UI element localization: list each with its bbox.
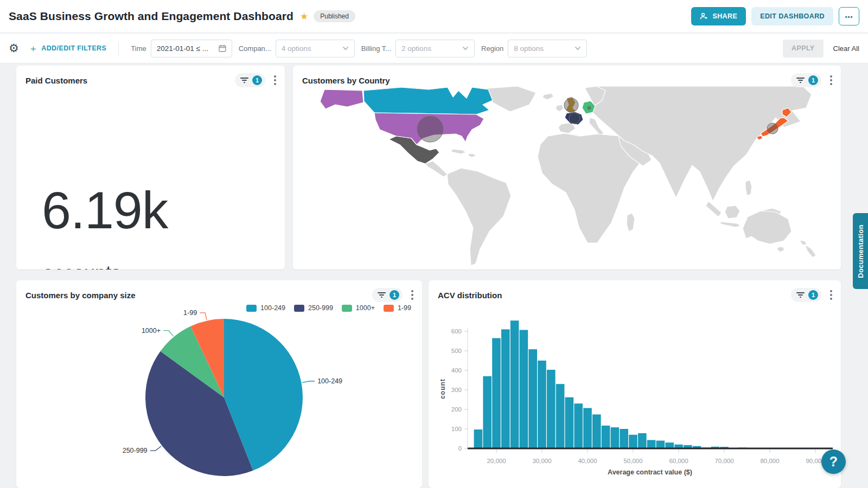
filter-settings-gear-icon[interactable]: ⚙ (9, 42, 19, 55)
filter-label-billing: Billing T... (361, 44, 391, 53)
company-filter-select[interactable]: 4 options (276, 40, 355, 57)
widget-menu-kebab-icon[interactable] (829, 74, 833, 86)
svg-text:40,000: 40,000 (578, 458, 597, 464)
filter-group-region: Region 8 options (481, 40, 587, 57)
widget-menu-kebab-icon[interactable] (273, 74, 277, 86)
legend-item[interactable]: 250-999 (294, 304, 333, 312)
favorite-star-icon[interactable]: ★ (300, 11, 308, 22)
region-filter-select[interactable]: 8 options (508, 40, 587, 57)
published-badge: Published (314, 10, 355, 22)
widget-menu-kebab-icon[interactable] (829, 289, 833, 301)
panel-title: Customers by company size (25, 291, 136, 300)
svg-text:1000+: 1000+ (142, 327, 161, 335)
legend-label: 250-999 (308, 304, 333, 312)
svg-text:60,000: 60,000 (669, 458, 688, 464)
widget-filter-chip[interactable]: 1 (372, 288, 403, 302)
filter-label-company: Compan... (239, 44, 271, 53)
filter-lines-icon (796, 77, 805, 84)
company-size-panel: Customers by company size 1 100-249250-9… (16, 280, 422, 488)
clear-all-button[interactable]: Clear All (833, 44, 859, 53)
customers-by-country-panel: Customers by Country 1 (293, 66, 841, 269)
panel-title: ACV distribution (438, 291, 502, 300)
billing-filter-select[interactable]: 2 options (395, 40, 475, 57)
svg-text:300: 300 (451, 387, 462, 393)
legend-swatch (294, 305, 304, 312)
apply-button[interactable]: APPLY (783, 40, 824, 57)
legend-item[interactable]: 100-249 (246, 304, 285, 312)
filter-count-badge: 1 (252, 75, 262, 85)
widget-filter-chip[interactable]: 1 (235, 73, 265, 87)
svg-text:50,000: 50,000 (623, 458, 642, 464)
chevron-down-icon (342, 46, 349, 50)
legend-item[interactable]: 1000+ (342, 304, 375, 312)
kpi-unit: accounts (43, 262, 121, 269)
svg-text:400: 400 (451, 367, 462, 374)
filter-lines-icon (378, 292, 386, 298)
legend-label: 100-249 (260, 304, 285, 312)
legend-swatch (246, 305, 257, 312)
acv-distribution-panel: ACV distribution 1 010020030040050060020… (429, 280, 841, 488)
acv-histogram-chart[interactable]: 010020030040050060020,00030,00040,00050,… (429, 280, 841, 488)
svg-text:0: 0 (458, 445, 462, 452)
add-edit-filters-button[interactable]: ＋ ADD/EDIT FILTERS (29, 42, 106, 55)
ellipsis-icon: ••• (845, 14, 853, 20)
calendar-icon (219, 44, 226, 52)
question-mark-icon: ? (829, 454, 838, 470)
widget-filter-chip[interactable]: 1 (791, 73, 821, 87)
filter-lines-icon (796, 292, 805, 298)
panel-title: Customers by Country (302, 76, 390, 85)
edit-dashboard-button[interactable]: EDIT DASHBOARD (751, 7, 833, 25)
svg-text:500: 500 (451, 348, 462, 354)
legend-swatch (342, 305, 352, 312)
widget-menu-kebab-icon[interactable] (410, 289, 414, 301)
divider (118, 41, 119, 55)
filter-count-badge: 1 (390, 290, 399, 300)
svg-text:20,000: 20,000 (487, 458, 506, 464)
filter-label-region: Region (481, 44, 503, 53)
svg-text:100: 100 (451, 426, 462, 432)
legend-label: 1-99 (398, 304, 411, 312)
legend-item[interactable]: 1-99 (384, 304, 411, 312)
svg-text:count: count (439, 378, 446, 399)
svg-text:80,000: 80,000 (760, 458, 779, 464)
filter-bar: ⚙ ＋ ADD/EDIT FILTERS Time 2021-01-01 ≤ .… (0, 34, 868, 63)
svg-text:1-99: 1-99 (183, 309, 197, 317)
share-icon (700, 12, 708, 20)
share-button[interactable]: SHARE (691, 7, 746, 25)
chevron-down-icon (462, 46, 469, 50)
chevron-down-icon (575, 46, 581, 50)
kpi-value: 6.19k (42, 184, 168, 236)
documentation-tab[interactable]: Documentation (853, 213, 868, 289)
svg-text:600: 600 (451, 328, 462, 335)
legend-label: 1000+ (356, 304, 375, 312)
app-header: SaaS Business Growth and Engagement Dash… (0, 0, 868, 33)
svg-text:70,000: 70,000 (714, 458, 733, 464)
svg-text:200: 200 (451, 406, 462, 413)
filter-count-badge: 1 (808, 290, 818, 300)
svg-text:30,000: 30,000 (532, 458, 551, 464)
filter-lines-icon (240, 77, 248, 84)
world-map-chart[interactable] (293, 86, 841, 269)
legend-swatch (384, 305, 394, 312)
svg-text:100-249: 100-249 (317, 377, 342, 385)
help-button[interactable]: ? (821, 450, 846, 474)
header-more-button[interactable]: ••• (839, 7, 859, 25)
filter-group-time: Time 2021-01-01 ≤ ... (131, 40, 232, 57)
svg-text:Average contract value ($): Average contract value ($) (608, 468, 692, 476)
widget-filter-chip[interactable]: 1 (791, 288, 821, 302)
paid-customers-panel: Paid Customers 1 6.19k accounts (16, 66, 285, 269)
filter-group-company: Compan... 4 options (239, 40, 355, 57)
filter-group-billing: Billing T... 2 options (361, 40, 475, 57)
dashboard-title: SaaS Business Growth and Engagement Dash… (9, 10, 293, 23)
time-filter-input[interactable]: 2021-01-01 ≤ ... (151, 40, 232, 57)
plus-icon: ＋ (29, 42, 38, 55)
svg-text:250-999: 250-999 (123, 447, 148, 454)
panel-title: Paid Customers (25, 76, 87, 85)
filter-count-badge: 1 (808, 75, 818, 85)
pie-legend: 100-249250-9991000+1-99 (246, 304, 411, 312)
filter-label-time: Time (131, 44, 146, 53)
